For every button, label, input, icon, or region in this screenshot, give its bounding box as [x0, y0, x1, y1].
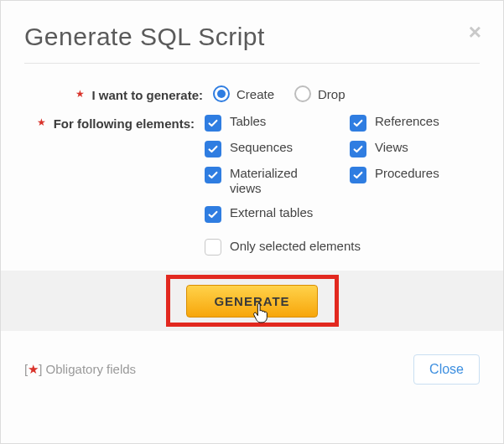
required-star-icon: ★: [75, 88, 85, 100]
check-col-right: References Views Procedures: [350, 114, 480, 232]
label-elements: ★ For following elements:: [24, 114, 205, 132]
check-tables[interactable]: Tables: [205, 114, 335, 132]
row-generate-type: ★ I want to generate: Create Drop: [24, 85, 480, 104]
check-label: Procedures: [375, 166, 439, 182]
check-label: Only selected elements: [230, 239, 361, 255]
checkbox-icon: [350, 167, 366, 183]
dialog-generate-sql: × Generate SQL Script ★ I want to genera…: [0, 0, 504, 444]
check-views[interactable]: Views: [350, 140, 480, 157]
row-elements: ★ For following elements: Tables Sequenc…: [24, 114, 480, 256]
checkbox-icon: [205, 115, 221, 132]
check-label: External tables: [230, 205, 313, 221]
divider: [24, 63, 480, 64]
check-only-selected[interactable]: Only selected elements: [205, 238, 480, 256]
required-star-icon: ★: [37, 116, 46, 128]
check-materialized-views[interactable]: Materialized views: [205, 166, 335, 198]
dialog-title: Generate SQL Script: [24, 23, 480, 51]
check-label: Sequences: [230, 140, 293, 156]
check-label: Materialized views: [230, 166, 322, 198]
obligatory-note: [★] Obligatory fields: [24, 362, 136, 377]
radio-create[interactable]: [213, 85, 230, 102]
form-area: ★ I want to generate: Create Drop ★ For …: [24, 80, 480, 256]
label-elements-text: For following elements:: [54, 116, 195, 132]
check-label: References: [375, 114, 439, 130]
radio-drop-label[interactable]: Drop: [318, 87, 346, 101]
close-button[interactable]: Close: [413, 354, 480, 385]
label-want-text: I want to generate:: [91, 87, 203, 104]
check-label: Views: [375, 140, 408, 156]
obligatory-text: Obligatory fields: [46, 362, 137, 376]
generate-button-label: GENERATE: [214, 294, 289, 308]
radio-group-area: Create Drop: [213, 85, 480, 102]
checkbox-icon: [205, 206, 221, 223]
check-label: Tables: [230, 114, 266, 130]
radio-create-label[interactable]: Create: [236, 87, 274, 101]
checkbox-icon: [205, 239, 221, 256]
check-sequences[interactable]: Sequences: [205, 140, 335, 157]
radio-drop[interactable]: [294, 85, 311, 102]
button-bar: GENERATE: [1, 271, 503, 331]
label-want: ★ I want to generate:: [24, 85, 213, 104]
check-procedures[interactable]: Procedures: [350, 166, 480, 183]
close-icon[interactable]: ×: [469, 21, 481, 43]
dialog-footer: [★] Obligatory fields Close: [24, 331, 480, 385]
required-star-icon: ★: [28, 362, 39, 376]
checkbox-icon: [205, 167, 221, 183]
checkbox-icon: [350, 141, 366, 157]
checkbox-area: Tables Sequences Materialized views: [205, 114, 480, 256]
generate-button[interactable]: GENERATE: [186, 285, 317, 318]
check-external-tables[interactable]: External tables: [205, 205, 335, 223]
checkbox-icon: [205, 141, 221, 157]
check-references[interactable]: References: [350, 114, 480, 132]
check-col-left: Tables Sequences Materialized views: [205, 114, 335, 232]
checkbox-icon: [350, 115, 366, 132]
